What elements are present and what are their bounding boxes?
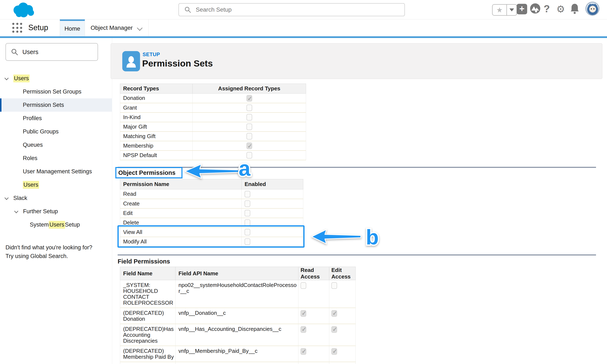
checkbox-checked[interactable] xyxy=(331,310,337,317)
checkbox-unchecked[interactable] xyxy=(245,210,250,216)
sidebar-item-label: Profiles xyxy=(23,115,42,122)
sidebar-item-label: Further Setup xyxy=(23,208,58,215)
sidebar-item-label: User Management Settings xyxy=(23,168,92,175)
field-name-label: Acknowledgment Date xyxy=(120,362,175,364)
setup-gear-icon[interactable]: ⚙ xyxy=(556,3,565,15)
edit-access-cell xyxy=(329,308,356,324)
sidebar-item-permission-sets[interactable]: Permission Sets xyxy=(0,98,112,112)
field-api-name-label: vnfp__Donation__c xyxy=(175,308,298,324)
checkbox-checked[interactable] xyxy=(247,95,252,102)
app-launcher-icon[interactable] xyxy=(12,23,23,33)
favorite-star-icon[interactable]: ★ xyxy=(492,5,506,15)
enabled-cell xyxy=(242,189,303,199)
edit-access-cell xyxy=(329,346,356,362)
sidebar-item-further-setup[interactable]: Further Setup xyxy=(0,205,112,218)
record-type-label: Grant xyxy=(120,103,193,113)
sidebar-item-label: Roles xyxy=(23,155,37,162)
sidebar-item-users[interactable]: Users xyxy=(0,72,112,85)
trailhead-icon[interactable] xyxy=(530,3,541,15)
annotation-arrow-a xyxy=(184,163,241,180)
checkbox-checked[interactable] xyxy=(301,326,306,333)
chevron-down-icon[interactable] xyxy=(5,77,9,80)
checkbox-unchecked[interactable] xyxy=(245,238,250,245)
page-title: Permission Sets xyxy=(142,58,213,69)
checkbox-unchecked[interactable] xyxy=(331,282,337,289)
checkbox-checked[interactable] xyxy=(247,143,252,149)
sidebar-item-profiles[interactable]: Profiles xyxy=(0,112,112,125)
record-type-row: Donation xyxy=(120,93,306,103)
global-header: ★ + ? ⚙ xyxy=(0,0,607,19)
sidebar-item-slack[interactable]: Slack xyxy=(0,192,112,205)
chevron-down-icon[interactable] xyxy=(15,210,18,213)
sidebar-item-user-management-settings[interactable]: User Management Settings xyxy=(0,165,112,178)
checkbox-unchecked[interactable] xyxy=(245,200,250,207)
checkbox-unchecked[interactable] xyxy=(247,104,252,111)
record-type-label: Donation xyxy=(120,93,193,103)
permission-name-label: Edit xyxy=(120,208,242,218)
chevron-down-icon[interactable] xyxy=(5,196,9,200)
checkbox-unchecked[interactable] xyxy=(247,114,252,121)
assigned-record-type-cell xyxy=(193,103,306,113)
field-permission-row: Acknowledgment Datenpsp__Acknowledgment_… xyxy=(120,362,356,364)
checkbox-unchecked[interactable] xyxy=(245,191,250,197)
annotation-arrow-b xyxy=(311,228,362,245)
edit-access-cell xyxy=(329,280,356,308)
record-types-table: Record Types Assigned Record Types Donat… xyxy=(120,84,306,160)
sidebar-item-users[interactable]: Users xyxy=(0,178,112,192)
sidebar-item-public-groups[interactable]: Public Groups xyxy=(0,125,112,138)
edit-access-cell xyxy=(329,362,356,364)
checkbox-unchecked[interactable] xyxy=(245,229,250,235)
checkbox-checked[interactable] xyxy=(331,326,337,333)
enabled-cell xyxy=(242,199,303,208)
assigned-record-type-cell xyxy=(193,93,306,103)
checkbox-checked[interactable] xyxy=(301,348,306,355)
salesforce-logo xyxy=(10,1,40,19)
section-divider xyxy=(118,167,596,168)
sidebar-footer-text: Didn't find what you're looking for? Try… xyxy=(5,243,101,260)
checkbox-unchecked[interactable] xyxy=(247,152,252,158)
checkbox-unchecked[interactable] xyxy=(247,133,252,140)
assigned-record-type-cell xyxy=(193,122,306,131)
section-divider xyxy=(118,254,596,256)
checkbox-unchecked[interactable] xyxy=(301,282,306,289)
field-name-label: (DEPRECATED) Membership Paid By xyxy=(120,346,175,362)
checkbox-checked[interactable] xyxy=(331,348,337,355)
edit-access-header: Edit Access xyxy=(329,267,356,280)
sidebar-item-queues[interactable]: Queues xyxy=(0,138,112,152)
help-icon[interactable]: ? xyxy=(544,3,550,14)
object-permission-row: Delete xyxy=(120,218,303,227)
favorites-dropdown-icon[interactable] xyxy=(506,5,517,15)
permission-name-label: Modify All xyxy=(120,237,242,247)
record-type-row: Membership xyxy=(120,141,306,151)
field-permissions-table: Field Name Field API Name Read Access Ed… xyxy=(120,267,356,364)
sidebar-item-system-users-setup[interactable]: System Users Setup xyxy=(0,218,112,231)
permission-name-label: Delete xyxy=(120,218,242,227)
checkbox-unchecked[interactable] xyxy=(247,124,252,130)
tab-home[interactable]: Home xyxy=(60,19,85,36)
nav-accent-stripe xyxy=(0,36,607,38)
quick-find-input[interactable] xyxy=(22,49,92,55)
search-icon xyxy=(11,48,18,55)
record-type-label: In-Kind xyxy=(120,113,193,122)
user-avatar[interactable] xyxy=(585,2,599,16)
footer-line: Try using Global Search. xyxy=(5,252,101,260)
search-setup-input[interactable] xyxy=(196,6,386,13)
enabled-cell xyxy=(242,208,303,218)
setup-sidebar: UsersPermission Set GroupsPermission Set… xyxy=(0,38,112,364)
notifications-bell-icon[interactable] xyxy=(569,3,580,15)
tab-home-label: Home xyxy=(65,25,80,32)
favorites-control: ★ xyxy=(492,4,517,16)
checkbox-unchecked[interactable] xyxy=(245,219,250,226)
sidebar-item-roles[interactable]: Roles xyxy=(0,152,112,165)
object-permission-row: Edit xyxy=(120,208,303,218)
record-type-row: Grant xyxy=(120,103,306,113)
tab-object-manager-label: Object Manager xyxy=(91,25,133,31)
record-type-label: Membership xyxy=(120,141,193,151)
field-api-name-label: vnfp__Membership_Paid_By__c xyxy=(175,346,298,362)
checkbox-checked[interactable] xyxy=(301,310,306,317)
tab-object-manager[interactable]: Object Manager xyxy=(85,19,149,36)
field-permissions-heading: Field Permissions xyxy=(118,258,170,265)
field-name-label: (DEPRECATED) Donation xyxy=(120,308,175,324)
sidebar-item-permission-set-groups[interactable]: Permission Set Groups xyxy=(0,85,112,98)
quick-create-icon[interactable]: + xyxy=(517,4,527,14)
